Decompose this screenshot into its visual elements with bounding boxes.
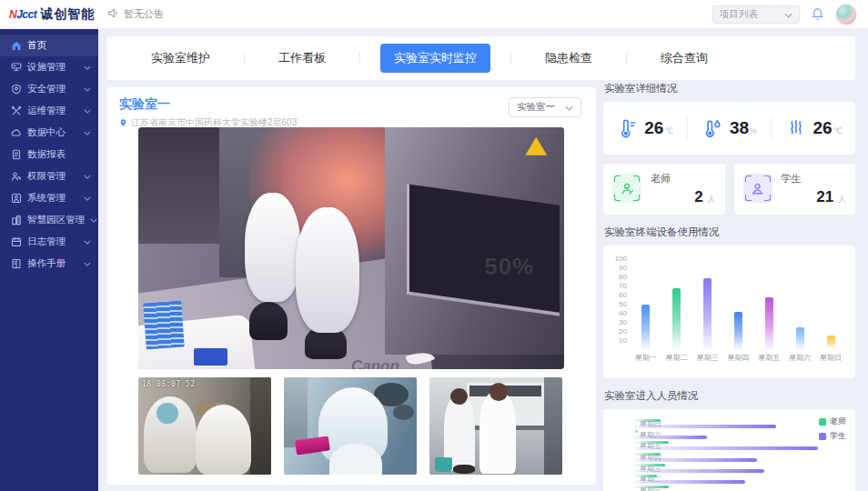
camera-scene-stool	[249, 302, 288, 341]
student-icon	[743, 174, 772, 203]
tab-5[interactable]: 综合查询	[647, 44, 722, 73]
tab-4[interactable]: 隐患检查	[531, 44, 606, 73]
tab-2[interactable]: 工作看板	[265, 44, 339, 73]
permission-icon	[11, 171, 22, 182]
sidebar-item-2[interactable]: 设施管理	[0, 56, 98, 78]
bar-星期五	[765, 297, 773, 349]
chevron-down-icon	[90, 218, 97, 223]
top-right-group: 项目列表	[712, 4, 868, 25]
manual-icon	[11, 258, 22, 269]
section-title-device-usage: 实验室终端设备使用情况	[604, 225, 855, 239]
sidebar-item-3[interactable]: 安全管理	[0, 78, 98, 100]
sidebar-item-label: 智慧园区管理	[27, 214, 85, 226]
chart-row-星期二: 星期二	[634, 474, 843, 485]
thumb-scene	[250, 377, 271, 475]
user-avatar[interactable]	[835, 4, 857, 25]
cloud-icon	[11, 127, 22, 138]
humidity-icon	[701, 117, 723, 139]
x-axis-label: 星期日	[815, 353, 846, 363]
bell-icon[interactable]	[811, 7, 824, 21]
bar-column	[815, 258, 846, 349]
camera-feed-main[interactable]: 50% Canon	[138, 127, 564, 369]
megaphone-icon	[107, 8, 119, 20]
sidebar-item-label: 数据中心	[27, 126, 66, 139]
y-axis-tick: 10	[619, 336, 627, 345]
thumb-scene	[544, 377, 562, 475]
sidebar-item-5[interactable]: 数据中心	[0, 122, 98, 144]
devices-icon	[11, 62, 22, 73]
chart-row-星期五: 星期五	[634, 440, 843, 451]
tab-3[interactable]: 实验室实时监控	[380, 44, 490, 73]
announcement-bar: 暂无公告	[107, 7, 164, 21]
sidebar-item-10[interactable]: 日志管理	[0, 231, 98, 253]
chevron-down-icon	[84, 87, 91, 92]
cctv-timestamp: 18 08:07 52	[142, 380, 195, 388]
y-axis-tick: 60	[619, 291, 627, 299]
section-title-details: 实验室详细情况	[604, 82, 855, 95]
sidebar-item-11[interactable]: 操作手册	[0, 253, 98, 275]
thumb-scene	[284, 377, 308, 447]
thumb-scene-person	[479, 392, 515, 474]
lab-select-dropdown[interactable]: 实验室一	[509, 97, 581, 117]
sensor-body-temperature: 26℃	[772, 117, 855, 139]
bar-column	[723, 258, 754, 349]
sidebar-item-7[interactable]: 权限管理	[0, 165, 98, 187]
sidebar-nav: 首页 设施管理 安全管理 运维管理 数据中心 数据报表 权限管理 系统管理 智慧…	[0, 29, 98, 491]
system-icon	[11, 193, 22, 204]
bar-student	[634, 469, 764, 473]
home-icon	[11, 40, 22, 51]
sensor-humidity: 38%	[688, 117, 772, 139]
lab-details-column: 实验室详细情况 26℃ 38% 26℃ 老师 2 人 学生 21 人 实验室终端…	[603, 82, 855, 491]
logo-text-cn: 诚创智能	[40, 6, 95, 23]
tab-1[interactable]: 实验室维护	[137, 44, 224, 73]
camera-scene-person	[245, 193, 300, 302]
y-axis-tick: 50	[619, 300, 627, 308]
sidebar-item-6[interactable]: 数据报表	[0, 144, 98, 165]
sidebar-item-4[interactable]: 运维管理	[0, 100, 98, 122]
bar-teacher	[634, 453, 661, 456]
tab-bar: 实验室维护工作看板实验室实时监控隐患检查综合查询	[106, 36, 855, 80]
x-axis-label: 星期六	[784, 353, 815, 363]
legend-item: 学生	[819, 430, 846, 442]
camera-thumbnail-3[interactable]	[429, 377, 562, 475]
bar-student	[634, 436, 707, 439]
sidebar-item-1[interactable]: 首页	[0, 35, 98, 56]
camera-scene-tube-rack	[194, 348, 227, 366]
bar-teacher	[634, 430, 638, 433]
chart-legend: 老师学生	[819, 416, 846, 442]
sensor-value: 26	[813, 118, 833, 137]
camera-scene-cabinet	[138, 127, 224, 244]
bar-column	[631, 258, 661, 349]
sidebar-item-8[interactable]: 系统管理	[0, 187, 98, 209]
sensor-value: 38	[730, 118, 749, 137]
sidebar-item-label: 日志管理	[27, 235, 66, 248]
chart-row-星期日: 星期日	[634, 418, 843, 429]
thermometer-icon	[616, 117, 638, 139]
sidebar-item-9[interactable]: 智慧园区管理	[0, 209, 98, 231]
people-info: 老师 2 人	[641, 172, 716, 206]
bar-星期四	[734, 312, 742, 349]
lab-monitor-card: 实验室一 江苏省南京市中国药科大学实验楼2层603 实验室一 50% Can	[106, 87, 596, 485]
bar-星期一	[641, 305, 650, 349]
people-card-student: 学生 21 人	[734, 164, 856, 215]
airflow-icon	[785, 117, 807, 139]
project-select[interactable]: 项目列表	[712, 5, 800, 24]
bar-teacher	[634, 464, 665, 466]
tab-separator	[244, 52, 245, 65]
sidebar-item-label: 操作手册	[27, 257, 66, 270]
people-count: 21 人	[816, 188, 846, 206]
top-bar: NJcct 诚创智能 暂无公告 项目列表	[0, 0, 868, 29]
sensor-unit: ℃	[833, 126, 843, 135]
sidebar-item-label: 安全管理	[27, 83, 66, 95]
y-axis-tick: 90	[619, 264, 627, 272]
camera-scene-boxes	[143, 300, 185, 348]
y-axis-tick: 100	[615, 255, 627, 263]
people-count: 2 人	[694, 188, 715, 206]
bar-column	[753, 258, 784, 349]
tab-separator	[359, 52, 360, 65]
chevron-down-icon	[84, 240, 91, 245]
thumb-scene-bucket	[435, 457, 452, 472]
camera-thumbnail-1[interactable]: 18 08:07 52	[138, 377, 271, 475]
camera-thumbnail-2[interactable]	[284, 377, 417, 475]
bar-student	[634, 446, 818, 450]
